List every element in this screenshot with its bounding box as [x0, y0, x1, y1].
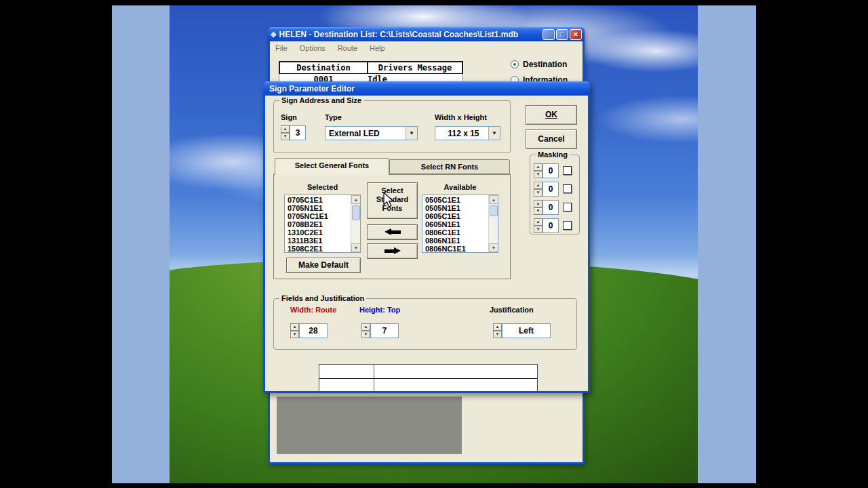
move-left-button[interactable] — [367, 224, 418, 240]
width-value-field[interactable]: 28 — [299, 323, 328, 338]
height-stepper[interactable]: ▲▼ 7 — [361, 323, 399, 338]
cancel-button[interactable]: Cancel — [526, 129, 577, 149]
tab-select-rn-fonts[interactable]: Select RN Fonts — [389, 159, 510, 174]
list-item[interactable]: 0705C1E1 — [285, 196, 350, 204]
menu-route[interactable]: Route — [338, 44, 357, 52]
spin-down-icon[interactable]: ▼ — [281, 133, 290, 140]
scroll-up-icon[interactable]: ▲ — [489, 195, 498, 204]
scroll-thumb[interactable] — [490, 205, 498, 216]
mask-spin-buttons[interactable]: ▲▼ — [534, 218, 542, 233]
scroll-down-icon[interactable]: ▼ — [489, 243, 498, 252]
sign-number-field[interactable]: 3 — [290, 125, 306, 140]
dialog-title-bar[interactable]: Sign Parameter Editor — [263, 81, 590, 96]
sign-type-dropdown[interactable]: External LED ▼ — [325, 126, 418, 140]
spin-down-icon[interactable]: ▼ — [361, 331, 370, 338]
spin-up-icon[interactable]: ▲ — [281, 125, 290, 133]
list-item[interactable]: 0705NC1E1 — [285, 212, 350, 220]
size-dropdown[interactable]: 112 x 15 ▼ — [435, 126, 500, 140]
main-title-bar[interactable]: ◆ HELEN - Destination List: C:\Lists\Coa… — [268, 27, 585, 41]
tab-select-general-fonts[interactable]: Select General Fonts — [275, 158, 389, 175]
chevron-down-icon[interactable]: ▼ — [406, 127, 417, 140]
masking-group: Masking ▲▼ 0 ▲▼ 0 ▲▼ 0 ▲▼ 0 — [530, 155, 580, 235]
list-item[interactable]: 1311B3E1 — [285, 237, 350, 245]
spin-down-icon[interactable]: ▼ — [534, 226, 542, 233]
menu-file[interactable]: File — [275, 44, 288, 52]
list-item[interactable]: 0605N1E1 — [423, 220, 488, 228]
available-fonts-list[interactable]: 0505C1E1 0505N1E1 0605C1E1 0605N1E1 0806… — [422, 195, 498, 253]
list-item[interactable]: 0705N1E1 — [285, 204, 350, 212]
selected-fonts-list[interactable]: 0705C1E1 0705N1E1 0705NC1E1 0708B2E1 131… — [284, 195, 361, 253]
mask-checkbox[interactable] — [563, 203, 572, 211]
selected-list-scrollbar[interactable]: ▲ ▼ — [351, 195, 360, 252]
justification-spin-buttons[interactable]: ▲▼ — [493, 323, 502, 338]
list-item[interactable]: 0505N1E1 — [423, 204, 488, 212]
col-header-destination: Destination — [280, 62, 368, 73]
width-spin-buttons[interactable]: ▲▼ — [290, 323, 299, 338]
sign-address-size-label: Sign Address and Size — [279, 96, 363, 104]
mask-value-field[interactable]: 0 — [542, 218, 559, 233]
mask-checkbox[interactable] — [563, 166, 572, 175]
height-value-field[interactable]: 7 — [370, 323, 399, 338]
close-button[interactable]: ✕ — [570, 29, 582, 40]
menu-options[interactable]: Options — [300, 44, 326, 52]
list-item[interactable]: 0505C1E1 — [423, 196, 488, 204]
make-default-button[interactable]: Make Default — [286, 258, 361, 273]
scroll-thumb[interactable] — [352, 205, 360, 220]
spin-up-icon[interactable]: ▲ — [361, 323, 370, 331]
masking-row: ▲▼ 0 — [534, 200, 559, 215]
mask-spin-buttons[interactable]: ▲▼ — [534, 182, 542, 197]
spin-up-icon[interactable]: ▲ — [290, 323, 299, 331]
list-item[interactable]: 0806C1E1 — [423, 228, 488, 237]
mask-value-field[interactable]: 0 — [542, 200, 559, 215]
spin-up-icon[interactable]: ▲ — [534, 200, 542, 207]
cancel-button-label: Cancel — [538, 134, 564, 144]
spin-up-icon[interactable]: ▲ — [534, 182, 542, 189]
justification-stepper[interactable]: ▲▼ Left — [493, 323, 551, 338]
available-list-scrollbar[interactable]: ▲ ▼ — [488, 195, 498, 252]
minimize-button[interactable]: _ — [542, 29, 555, 40]
scroll-up-icon[interactable]: ▲ — [351, 195, 361, 204]
mask-spin-buttons[interactable]: ▲▼ — [534, 163, 542, 178]
justification-value-field[interactable]: Left — [502, 323, 551, 338]
scroll-down-icon[interactable]: ▼ — [351, 243, 361, 252]
justification-label: Justification — [490, 306, 534, 314]
radio-destination-icon — [511, 60, 519, 68]
col-header-drivers-message: Drivers Message — [368, 62, 462, 73]
menu-bar: File Options Route Help — [270, 41, 583, 54]
height-spin-buttons[interactable]: ▲▼ — [361, 323, 370, 338]
spin-down-icon[interactable]: ▼ — [534, 189, 542, 197]
ok-button[interactable]: OK — [526, 105, 577, 125]
mask-checkbox[interactable] — [563, 221, 572, 230]
spin-up-icon[interactable]: ▲ — [534, 163, 542, 171]
move-right-button[interactable] — [367, 243, 418, 259]
chevron-down-icon[interactable]: ▼ — [488, 127, 500, 140]
spin-up-icon[interactable]: ▲ — [493, 323, 502, 331]
width-route-label: Width: Route — [290, 306, 336, 314]
menu-help[interactable]: Help — [370, 44, 385, 52]
fonts-tab-panel: Selected Available 0705C1E1 0705N1E1 070… — [273, 174, 511, 279]
mask-spin-buttons[interactable]: ▲▼ — [534, 200, 542, 215]
fields-justification-label: Fields and Justification — [279, 294, 366, 302]
spin-down-icon[interactable]: ▼ — [534, 171, 542, 178]
spin-down-icon[interactable]: ▼ — [290, 331, 299, 338]
sign-parameter-editor-dialog: Sign Parameter Editor Sign Address and S… — [263, 81, 590, 393]
spin-down-icon[interactable]: ▼ — [493, 331, 502, 338]
spin-up-icon[interactable]: ▲ — [534, 218, 542, 226]
list-item[interactable]: 0806N1E1 — [423, 237, 488, 245]
mask-value-field[interactable]: 0 — [542, 182, 559, 197]
mask-value-field[interactable]: 0 — [542, 163, 559, 178]
maximize-button[interactable]: □ — [556, 29, 568, 40]
radio-destination[interactable]: Destination — [511, 60, 578, 69]
list-item[interactable]: 0708B2E1 — [285, 220, 350, 228]
sign-number-stepper[interactable]: ▲▼ 3 — [281, 125, 306, 140]
fields-justification-group: Fields and Justification Width: Route He… — [273, 298, 577, 350]
list-item[interactable]: 1310C2E1 — [285, 228, 350, 237]
tab-general-label: Select General Fonts — [295, 161, 369, 169]
mask-checkbox[interactable] — [563, 184, 572, 193]
list-item[interactable]: 0605C1E1 — [423, 212, 488, 220]
list-item[interactable]: 1508C2E1 — [285, 245, 350, 253]
sign-spin-buttons[interactable]: ▲▼ — [281, 125, 290, 140]
width-stepper[interactable]: ▲▼ 28 — [290, 323, 328, 338]
spin-down-icon[interactable]: ▼ — [534, 207, 542, 215]
list-item[interactable]: 0806NC1E1 — [423, 245, 488, 253]
